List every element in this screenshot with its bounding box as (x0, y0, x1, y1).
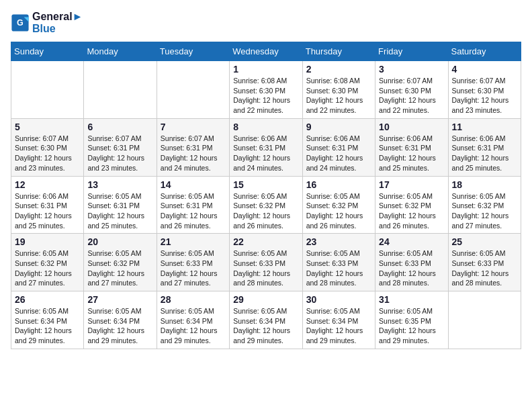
logo: G General► Blue (11, 11, 83, 35)
day-number: 24 (379, 236, 444, 247)
day-number: 15 (233, 179, 298, 190)
calendar-cell: 31Sunrise: 6:05 AMSunset: 6:35 PMDayligh… (375, 291, 448, 349)
day-info: Sunrise: 6:07 AMSunset: 6:31 PMDaylight:… (87, 134, 152, 173)
day-number: 20 (87, 236, 152, 247)
day-number: 26 (15, 294, 80, 305)
calendar-cell (448, 291, 521, 349)
day-number: 31 (379, 294, 444, 305)
day-number: 3 (379, 64, 444, 75)
header-day-monday: Monday (84, 42, 157, 61)
calendar: SundayMondayTuesdayWednesdayThursdayFrid… (11, 42, 521, 349)
day-number: 23 (306, 236, 371, 247)
calendar-cell: 10Sunrise: 6:06 AMSunset: 6:31 PMDayligh… (375, 118, 448, 176)
calendar-cell: 23Sunrise: 6:05 AMSunset: 6:33 PMDayligh… (302, 234, 375, 291)
day-info: Sunrise: 6:05 AMSunset: 6:32 PMDaylight:… (452, 191, 517, 231)
day-info: Sunrise: 6:05 AMSunset: 6:31 PMDaylight:… (87, 191, 152, 231)
logo-text: General► Blue (32, 11, 83, 35)
day-number: 25 (452, 236, 517, 247)
day-info: Sunrise: 6:05 AMSunset: 6:33 PMDaylight:… (306, 248, 371, 288)
day-info: Sunrise: 6:07 AMSunset: 6:30 PMDaylight:… (15, 134, 80, 173)
calendar-cell (84, 61, 157, 119)
calendar-cell: 26Sunrise: 6:05 AMSunset: 6:34 PMDayligh… (11, 291, 84, 349)
day-info: Sunrise: 6:05 AMSunset: 6:34 PMDaylight:… (15, 306, 80, 346)
day-info: Sunrise: 6:05 AMSunset: 6:32 PMDaylight:… (306, 191, 371, 231)
calendar-cell: 1Sunrise: 6:08 AMSunset: 6:30 PMDaylight… (230, 61, 302, 119)
day-number: 9 (306, 122, 371, 132)
calendar-cell: 5Sunrise: 6:07 AMSunset: 6:30 PMDaylight… (11, 118, 84, 176)
day-info: Sunrise: 6:06 AMSunset: 6:31 PMDaylight:… (379, 134, 444, 173)
calendar-cell: 28Sunrise: 6:05 AMSunset: 6:34 PMDayligh… (157, 291, 229, 349)
svg-text:G: G (17, 18, 24, 28)
header-day-thursday: Thursday (302, 42, 375, 61)
day-number: 18 (452, 179, 517, 190)
header: G General► Blue (11, 11, 521, 35)
calendar-cell: 12Sunrise: 6:06 AMSunset: 6:31 PMDayligh… (11, 176, 84, 234)
calendar-cell (157, 61, 229, 119)
day-info: Sunrise: 6:08 AMSunset: 6:30 PMDaylight:… (233, 76, 298, 116)
day-info: Sunrise: 6:05 AMSunset: 6:34 PMDaylight:… (87, 306, 152, 346)
day-number: 4 (452, 64, 517, 75)
calendar-cell: 16Sunrise: 6:05 AMSunset: 6:32 PMDayligh… (302, 176, 375, 234)
calendar-cell: 19Sunrise: 6:05 AMSunset: 6:32 PMDayligh… (11, 234, 84, 291)
day-number: 6 (87, 122, 152, 132)
day-number: 10 (379, 122, 444, 132)
calendar-week-4: 19Sunrise: 6:05 AMSunset: 6:32 PMDayligh… (11, 234, 521, 291)
day-info: Sunrise: 6:07 AMSunset: 6:30 PMDaylight:… (452, 76, 517, 116)
calendar-cell: 25Sunrise: 6:05 AMSunset: 6:33 PMDayligh… (448, 234, 521, 291)
calendar-cell: 4Sunrise: 6:07 AMSunset: 6:30 PMDaylight… (448, 61, 521, 119)
day-number: 11 (452, 122, 517, 132)
day-number: 1 (233, 64, 298, 75)
day-number: 12 (15, 179, 80, 190)
calendar-cell: 11Sunrise: 6:06 AMSunset: 6:31 PMDayligh… (448, 118, 521, 176)
day-number: 17 (379, 179, 444, 190)
day-number: 7 (161, 122, 226, 132)
day-number: 22 (233, 236, 298, 247)
day-info: Sunrise: 6:06 AMSunset: 6:31 PMDaylight:… (233, 134, 298, 173)
calendar-cell: 24Sunrise: 6:05 AMSunset: 6:33 PMDayligh… (375, 234, 448, 291)
header-day-friday: Friday (375, 42, 448, 61)
day-number: 28 (161, 294, 226, 305)
calendar-cell: 6Sunrise: 6:07 AMSunset: 6:31 PMDaylight… (84, 118, 157, 176)
day-info: Sunrise: 6:05 AMSunset: 6:33 PMDaylight:… (233, 248, 298, 288)
day-info: Sunrise: 6:05 AMSunset: 6:33 PMDaylight:… (161, 248, 226, 288)
day-number: 5 (15, 122, 80, 132)
day-info: Sunrise: 6:05 AMSunset: 6:32 PMDaylight:… (15, 248, 80, 288)
calendar-cell: 27Sunrise: 6:05 AMSunset: 6:34 PMDayligh… (84, 291, 157, 349)
day-number: 21 (161, 236, 226, 247)
day-info: Sunrise: 6:05 AMSunset: 6:32 PMDaylight:… (233, 191, 298, 231)
day-info: Sunrise: 6:05 AMSunset: 6:34 PMDaylight:… (233, 306, 298, 346)
calendar-cell: 15Sunrise: 6:05 AMSunset: 6:32 PMDayligh… (230, 176, 302, 234)
calendar-week-1: 1Sunrise: 6:08 AMSunset: 6:30 PMDaylight… (11, 61, 521, 119)
day-info: Sunrise: 6:06 AMSunset: 6:31 PMDaylight:… (306, 134, 371, 173)
logo-icon: G (11, 13, 30, 32)
day-info: Sunrise: 6:06 AMSunset: 6:31 PMDaylight:… (15, 191, 80, 231)
header-day-wednesday: Wednesday (230, 42, 302, 61)
day-info: Sunrise: 6:08 AMSunset: 6:30 PMDaylight:… (306, 76, 371, 116)
day-number: 14 (161, 179, 226, 190)
day-number: 30 (306, 294, 371, 305)
calendar-cell: 30Sunrise: 6:05 AMSunset: 6:34 PMDayligh… (302, 291, 375, 349)
day-info: Sunrise: 6:05 AMSunset: 6:35 PMDaylight:… (379, 306, 444, 346)
day-info: Sunrise: 6:06 AMSunset: 6:31 PMDaylight:… (452, 134, 517, 173)
day-info: Sunrise: 6:05 AMSunset: 6:31 PMDaylight:… (161, 191, 226, 231)
calendar-cell: 14Sunrise: 6:05 AMSunset: 6:31 PMDayligh… (157, 176, 229, 234)
day-number: 16 (306, 179, 371, 190)
day-info: Sunrise: 6:05 AMSunset: 6:34 PMDaylight:… (306, 306, 371, 346)
calendar-cell: 8Sunrise: 6:06 AMSunset: 6:31 PMDaylight… (230, 118, 302, 176)
calendar-week-3: 12Sunrise: 6:06 AMSunset: 6:31 PMDayligh… (11, 176, 521, 234)
day-info: Sunrise: 6:07 AMSunset: 6:30 PMDaylight:… (379, 76, 444, 116)
calendar-cell: 22Sunrise: 6:05 AMSunset: 6:33 PMDayligh… (230, 234, 302, 291)
day-info: Sunrise: 6:05 AMSunset: 6:34 PMDaylight:… (161, 306, 226, 346)
day-info: Sunrise: 6:05 AMSunset: 6:32 PMDaylight:… (379, 191, 444, 231)
day-number: 27 (87, 294, 152, 305)
day-number: 19 (15, 236, 80, 247)
header-day-saturday: Saturday (448, 42, 521, 61)
calendar-cell: 18Sunrise: 6:05 AMSunset: 6:32 PMDayligh… (448, 176, 521, 234)
day-number: 13 (87, 179, 152, 190)
calendar-week-2: 5Sunrise: 6:07 AMSunset: 6:30 PMDaylight… (11, 118, 521, 176)
calendar-cell: 3Sunrise: 6:07 AMSunset: 6:30 PMDaylight… (375, 61, 448, 119)
calendar-week-5: 26Sunrise: 6:05 AMSunset: 6:34 PMDayligh… (11, 291, 521, 349)
header-day-tuesday: Tuesday (157, 42, 229, 61)
calendar-cell: 21Sunrise: 6:05 AMSunset: 6:33 PMDayligh… (157, 234, 229, 291)
day-number: 29 (233, 294, 298, 305)
